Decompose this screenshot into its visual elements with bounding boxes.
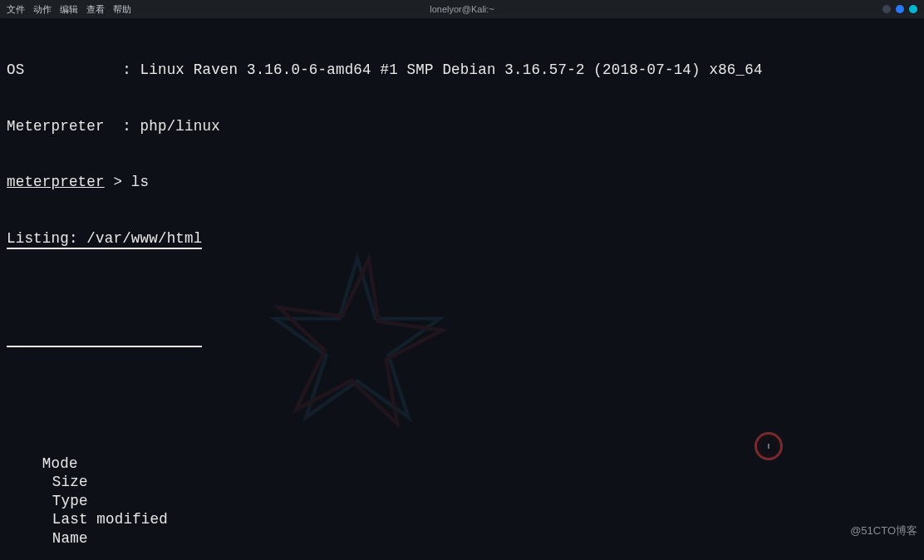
prompt-line-1: meterpreter > ls bbox=[7, 173, 917, 192]
col-modified: Last modified bbox=[52, 510, 201, 529]
menu-file[interactable]: 文件 bbox=[7, 0, 25, 18]
menubar-right bbox=[882, 5, 917, 13]
window-close-icon[interactable] bbox=[909, 5, 917, 13]
watermark: @51CTO博客 bbox=[850, 522, 917, 541]
listing-line: Listing: /var/www/html bbox=[7, 229, 917, 250]
window-max-icon[interactable] bbox=[896, 5, 904, 13]
col-name: Name bbox=[52, 529, 88, 548]
col-type: Type bbox=[52, 492, 87, 511]
terminal[interactable]: OS : Linux Raven 3.16.0-6-amd64 #1 SMP D… bbox=[0, 18, 924, 560]
menu-view[interactable]: 查看 bbox=[86, 0, 105, 18]
sysinfo-os-value: Linux Raven 3.16.0-6-amd64 #1 SMP Debian… bbox=[140, 61, 763, 80]
menubar: 文件 动作 编辑 查看 帮助 lonelyor@Kali:~ bbox=[0, 0, 924, 18]
menubar-items: 文件 动作 编辑 查看 帮助 bbox=[7, 0, 131, 18]
listing-path: /var/www/html bbox=[86, 230, 202, 247]
window-min-icon[interactable] bbox=[882, 5, 891, 13]
prompt-cmd: ls bbox=[131, 173, 149, 192]
sysinfo-met-line: Meterpreter : php/linux bbox=[7, 117, 917, 136]
prompt-name: meterpreter bbox=[7, 173, 105, 192]
column-headers: Mode Size Type Last modified Name bbox=[7, 435, 917, 560]
sysinfo-sep: : bbox=[24, 61, 140, 80]
listing-prefix: Listing: bbox=[7, 230, 86, 247]
sysinfo-met-value: php/linux bbox=[140, 117, 220, 136]
record-indicator-icon bbox=[754, 432, 783, 460]
menu-edit[interactable]: 编辑 bbox=[60, 0, 78, 18]
menu-help[interactable]: 帮助 bbox=[113, 0, 131, 18]
sysinfo-met-label: Meterpreter bbox=[7, 117, 105, 136]
col-size: Size bbox=[52, 473, 87, 492]
window-title: lonelyor@Kali:~ bbox=[430, 0, 494, 18]
listing-rule: Listing: /var/www/html bbox=[7, 327, 917, 347]
sysinfo-sep: : bbox=[105, 117, 140, 136]
menu-action[interactable]: 动作 bbox=[33, 0, 52, 18]
sysinfo-os-label: OS bbox=[7, 61, 24, 80]
prompt-sep: > bbox=[105, 173, 131, 192]
col-mode: Mode bbox=[42, 454, 139, 474]
sysinfo-os-line: OS : Linux Raven 3.16.0-6-amd64 #1 SMP D… bbox=[7, 61, 917, 80]
